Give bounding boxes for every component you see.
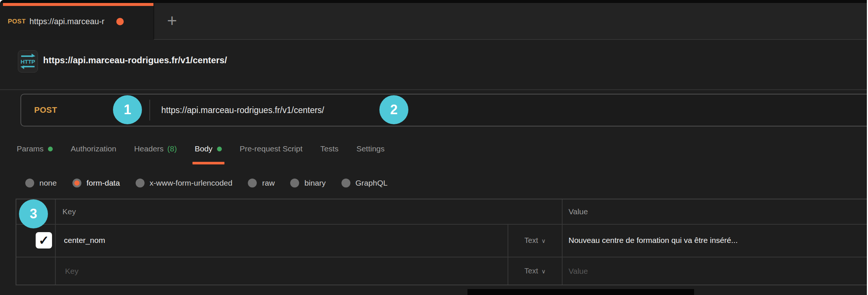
tab-pre-request-script[interactable]: Pre-request Script (240, 130, 302, 167)
radio-raw[interactable]: raw (248, 179, 275, 187)
radio-selected-icon (72, 179, 81, 187)
request-tab-active[interactable]: POST https://api.marceau-r (0, 3, 153, 40)
svg-text:HTTP: HTTP (20, 58, 35, 65)
value-input-placeholder[interactable]: Value (569, 257, 588, 285)
type-dropdown-value: Text (524, 267, 538, 275)
annotation-circle-3: 3 (19, 199, 48, 228)
value-column-header: Value (569, 199, 588, 224)
method-selector[interactable]: POST (34, 94, 57, 126)
new-tab-button[interactable]: + (161, 3, 183, 39)
type-dropdown[interactable]: Text∨ (508, 257, 563, 285)
radio-x-www-form-urlencoded-label: x-www-form-urlencoded (150, 179, 233, 187)
green-dot-icon (48, 147, 53, 151)
tab-body[interactable]: Body (195, 130, 222, 167)
row-divider (16, 224, 867, 225)
radio-icon (290, 179, 299, 187)
check-icon: ✓ (39, 233, 49, 247)
radio-graphql[interactable]: GraphQL (341, 179, 388, 187)
radio-none-label: none (39, 179, 57, 187)
type-dropdown[interactable]: Text∨ (508, 224, 563, 257)
request-section-tabs: Params Authorization Headers (8) Body Pr… (0, 130, 867, 167)
tab-settings[interactable]: Settings (356, 130, 385, 167)
window-top-edge (0, 0, 867, 3)
background-window-edge (467, 289, 694, 295)
tab-params[interactable]: Params (17, 130, 53, 167)
method-url-divider (149, 100, 150, 121)
tab-tests-label: Tests (320, 144, 339, 153)
key-input[interactable]: center_nom (64, 224, 105, 257)
type-dropdown-value: Text (524, 236, 538, 244)
radio-form-data-label: form-data (87, 179, 120, 187)
key-column-header: Key (62, 199, 76, 224)
tab-title-label: https://api.marceau-r (29, 17, 104, 26)
plus-icon: + (167, 11, 177, 30)
radio-none[interactable]: none (25, 179, 57, 187)
tab-headers[interactable]: Headers (8) (134, 130, 177, 167)
tab-method-label: POST (8, 18, 26, 25)
annotation-circle-1: 1 (113, 95, 142, 124)
radio-x-www-form-urlencoded[interactable]: x-www-form-urlencoded (136, 179, 233, 187)
radio-icon (341, 179, 350, 187)
body-type-selector: none form-data x-www-form-urlencoded raw… (0, 167, 867, 199)
chevron-down-icon: ∨ (541, 238, 546, 244)
request-title-url: https://api.marceau-rodrigues.fr/v1/cent… (43, 40, 227, 81)
radio-raw-label: raw (262, 179, 275, 187)
radio-icon (248, 179, 257, 187)
tab-headers-label: Headers (134, 144, 163, 153)
row-divider (16, 257, 867, 257)
tab-authorization[interactable]: Authorization (71, 130, 116, 167)
tab-settings-label: Settings (356, 144, 385, 153)
form-data-table: Key Value ✓ center_nom Text∨ Nouveau cen… (16, 199, 867, 285)
request-url-bar: POST https://api.marceau-rodrigues.fr/v1… (20, 94, 867, 126)
tab-body-label: Body (195, 144, 213, 153)
url-input[interactable]: https://api.marceau-rodrigues.fr/v1/cent… (161, 94, 324, 126)
green-dot-icon (217, 147, 222, 151)
chevron-down-icon: ∨ (541, 268, 546, 275)
tab-authorization-label: Authorization (71, 144, 116, 153)
radio-binary[interactable]: binary (290, 179, 326, 187)
radio-form-data[interactable]: form-data (72, 179, 120, 187)
tab-pre-request-script-label: Pre-request Script (240, 144, 302, 153)
radio-binary-label: binary (304, 179, 326, 187)
request-tab-bar: POST https://api.marceau-r + (0, 3, 867, 40)
annotation-circle-2: 2 (379, 95, 408, 124)
row-checkbox[interactable]: ✓ (36, 232, 52, 248)
http-request-icon: HTTP (18, 50, 38, 73)
tab-params-label: Params (17, 144, 43, 153)
radio-icon (25, 179, 34, 187)
headers-count-badge: (8) (167, 144, 177, 153)
tab-bar-empty-area (153, 3, 867, 40)
radio-icon (136, 179, 145, 187)
app-window: POST https://api.marceau-r + HTTP https:… (0, 0, 867, 295)
request-title-row: HTTP https://api.marceau-rodrigues.fr/v1… (0, 40, 867, 90)
radio-graphql-label: GraphQL (356, 179, 388, 187)
key-input-placeholder[interactable]: Key (65, 257, 78, 285)
value-input[interactable]: Nouveau centre de formation qui va être … (569, 224, 738, 257)
column-divider (55, 199, 56, 285)
unsaved-changes-dot-icon (116, 18, 124, 25)
tab-tests[interactable]: Tests (320, 130, 339, 167)
